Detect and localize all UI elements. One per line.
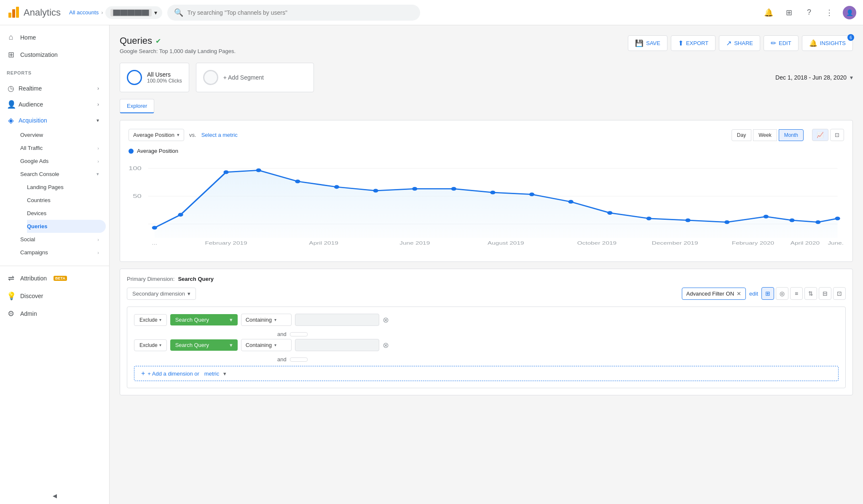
- svg-point-9: [178, 213, 183, 217]
- svg-text:June 2019: June 2019: [399, 241, 430, 246]
- sidebar-item-acquisition[interactable]: ◈ Acquisition ▾: [0, 112, 106, 128]
- acquisition-expand-icon: ▾: [96, 117, 99, 123]
- table-list-icon[interactable]: ≡: [790, 287, 803, 300]
- sidebar-label-admin: Admin: [20, 310, 37, 317]
- filter-box: Advanced Filter ON ✕: [682, 288, 746, 300]
- condition-select-2[interactable]: Containing ▾: [241, 339, 292, 351]
- and-connector-2: and: [134, 355, 839, 364]
- day-view-button[interactable]: Day: [732, 129, 751, 141]
- sidebar-item-attribution[interactable]: ⇌ Attribution BETA: [0, 269, 106, 287]
- add-metric-link[interactable]: metric: [204, 371, 219, 377]
- apps-icon[interactable]: ⊞: [782, 6, 796, 19]
- sidebar-label-audience: Audience: [19, 101, 43, 108]
- segment-add[interactable]: + Add Segment: [196, 63, 314, 92]
- dimension-arrow-1: ▾: [230, 317, 233, 323]
- select-metric-link[interactable]: Select a metric: [201, 132, 238, 138]
- nav-icons: 🔔 ⊞ ? ⋮ 👤: [762, 6, 856, 19]
- exclude-button-1[interactable]: Exclude ▾: [134, 314, 167, 326]
- filter-input-1[interactable]: [295, 314, 379, 326]
- notifications-icon[interactable]: 🔔: [762, 6, 775, 19]
- sidebar-item-customization[interactable]: ⊞ Customization: [0, 46, 106, 64]
- search-input[interactable]: [188, 9, 413, 16]
- dimension-select-1[interactable]: Search Query ▾: [170, 314, 238, 325]
- table-pie-icon[interactable]: ◎: [776, 287, 788, 300]
- table-grid-icon[interactable]: ⊞: [761, 287, 774, 300]
- svg-point-11: [256, 168, 261, 172]
- sidebar-item-search-console[interactable]: Search Console ▾: [20, 168, 106, 181]
- secondary-dim-select[interactable]: Secondary dimension ▾: [127, 288, 196, 300]
- sidebar-item-all-traffic[interactable]: All Traffic ›: [20, 141, 106, 155]
- sidebar-item-google-ads[interactable]: Google Ads ›: [20, 155, 106, 168]
- search-bar[interactable]: 🔍: [167, 5, 420, 21]
- exclude-arrow-2: ▾: [159, 343, 161, 347]
- exclude-button-2[interactable]: Exclude ▾: [134, 339, 167, 351]
- insights-button[interactable]: 🔔 INSIGHTS 6: [802, 35, 853, 51]
- filter-clear-icon[interactable]: ✕: [737, 291, 741, 297]
- condition-select-1[interactable]: Containing ▾: [241, 314, 292, 326]
- chart-controls: Average Position ▾ vs. Select a metric D…: [129, 129, 844, 141]
- sidebar-item-social[interactable]: Social ›: [20, 233, 106, 246]
- sidebar-item-countries[interactable]: Countries: [27, 194, 106, 207]
- export-button[interactable]: ⬆ EXPORT: [671, 35, 716, 51]
- edit-button[interactable]: ✏ EDIT: [764, 35, 799, 51]
- table-sort-icon[interactable]: ⇅: [804, 287, 817, 300]
- attribution-icon: ⇌: [7, 274, 15, 283]
- sidebar-item-discover[interactable]: 💡 Discover: [0, 287, 106, 305]
- page-title-text: Queries: [120, 35, 152, 46]
- search-console-children: Landing Pages Countries Devices Queries: [20, 181, 109, 233]
- sidebar-item-queries[interactable]: Queries: [27, 220, 106, 233]
- sidebar: ⌂ Home ⊞ Customization REPORTS ◷ Realtim…: [0, 25, 110, 504]
- filter-input-2[interactable]: [295, 339, 379, 351]
- dimension-select-2[interactable]: Search Query ▾: [170, 339, 238, 351]
- sidebar-item-campaigns[interactable]: Campaigns ›: [20, 246, 106, 259]
- secondary-dim-arrow: ▾: [188, 291, 190, 297]
- metric-select[interactable]: Average Position ▾: [129, 129, 184, 141]
- sidebar-item-devices[interactable]: Devices: [27, 207, 106, 220]
- svg-point-21: [646, 216, 651, 220]
- sidebar-item-admin[interactable]: ⚙ Admin: [0, 305, 106, 323]
- segment-all-users[interactable]: All Users 100.00% Clicks: [120, 63, 189, 92]
- property-selector[interactable]: ██████████ ▾: [105, 6, 162, 19]
- table-controls: Secondary dimension ▾ Advanced Filter ON…: [127, 287, 846, 300]
- more-vert-icon[interactable]: ⋮: [823, 6, 836, 19]
- share-button[interactable]: ↗ SHARE: [719, 35, 760, 51]
- bar-chart-button[interactable]: ⊡: [830, 129, 844, 141]
- exclude-label-1: Exclude: [139, 317, 158, 323]
- month-view-button[interactable]: Month: [779, 129, 804, 141]
- exclude-arrow-1: ▾: [159, 317, 161, 322]
- line-chart-button[interactable]: 📈: [812, 129, 828, 141]
- save-label: SAVE: [646, 40, 660, 46]
- sidebar-item-audience[interactable]: 👤 Audience ›: [0, 96, 106, 112]
- sidebar-label-campaigns: Campaigns: [20, 249, 48, 256]
- help-icon[interactable]: ?: [802, 6, 816, 19]
- svg-point-22: [685, 219, 690, 222]
- add-dimension-button[interactable]: + + Add a dimension or metric ▾: [134, 366, 839, 381]
- sidebar-item-home[interactable]: ⌂ Home: [0, 29, 106, 46]
- date-range-selector[interactable]: Dec 1, 2018 - Jun 28, 2020 ▾: [775, 74, 853, 81]
- filter-edit-link[interactable]: edit: [749, 291, 758, 297]
- export-icon: ⬆: [678, 39, 683, 47]
- week-view-button[interactable]: Week: [753, 129, 777, 141]
- sidebar-item-realtime[interactable]: ◷ Realtime ›: [0, 80, 106, 96]
- sidebar-item-overview[interactable]: Overview: [20, 128, 106, 141]
- sidebar-label-customization: Customization: [20, 51, 58, 58]
- line-chart-icon: 📈: [817, 132, 824, 138]
- sidebar-collapse-button[interactable]: ◀: [0, 488, 109, 504]
- table-detail-icon[interactable]: ⊡: [833, 287, 846, 300]
- sidebar-label-all-traffic: All Traffic: [20, 145, 43, 151]
- sidebar-reports-section: ◷ Realtime › 👤 Audience › ◈ Acquisition …: [0, 77, 109, 262]
- table-compare-icon[interactable]: ⊟: [819, 287, 831, 300]
- svg-text:February 2019: February 2019: [205, 241, 247, 246]
- subtitle-text: Google Search: Top 1,000 daily Landing P…: [120, 48, 236, 54]
- sidebar-item-landing-pages[interactable]: Landing Pages: [27, 181, 106, 194]
- avatar[interactable]: 👤: [843, 6, 856, 19]
- save-button[interactable]: 💾 SAVE: [628, 35, 667, 51]
- explorer-tab[interactable]: Explorer: [120, 99, 154, 113]
- breadcrumb-root[interactable]: All accounts: [69, 9, 99, 16]
- filter-remove-1[interactable]: ⊗: [383, 315, 389, 325]
- filter-value-2: [295, 339, 379, 351]
- filter-remove-2[interactable]: ⊗: [383, 341, 389, 350]
- page-title: Queries ✔: [120, 35, 236, 46]
- segment-name: All Users: [147, 71, 182, 78]
- svg-text:100: 100: [129, 165, 142, 171]
